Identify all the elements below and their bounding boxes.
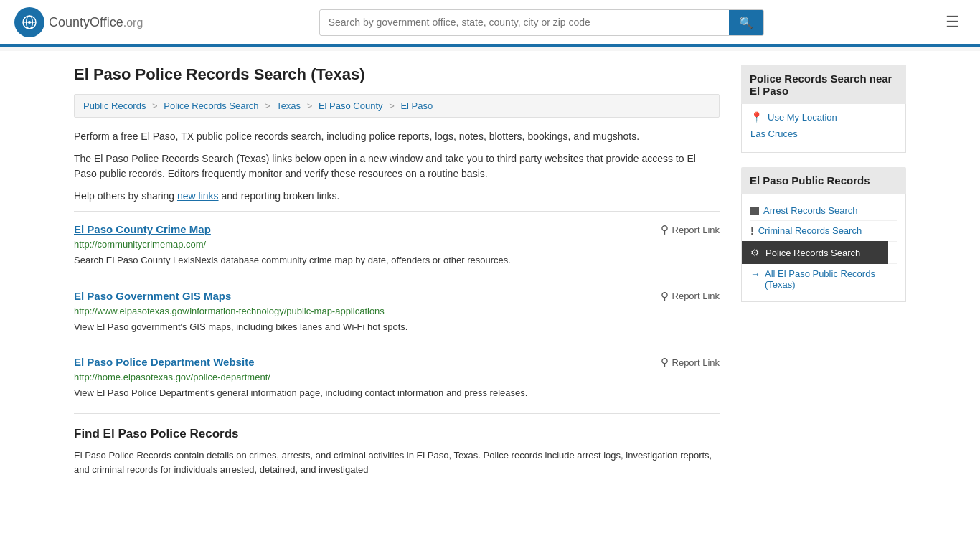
sidebar: Police Records Search near El Paso 📍 Use… — [741, 65, 906, 477]
resource-card-header-2: El Paso Police Department Website ⚲ Repo… — [74, 356, 720, 369]
sidebar-criminal-records: ! Criminal Records Search — [750, 221, 897, 242]
resource-url-0[interactable]: http://communitycrimemap.com/ — [74, 239, 720, 250]
bullet-icon-arrest — [750, 207, 759, 215]
find-section: Find El Paso Police Records El Paso Poli… — [74, 413, 720, 477]
intro-paragraph-1: Perform a free El Paso, TX public police… — [74, 129, 720, 144]
find-text: El Paso Police Records contain details o… — [74, 448, 720, 477]
arrest-records-link[interactable]: Arrest Records Search — [763, 205, 858, 216]
sidebar-all-public-records: → All El Paso Public Records (Texas) — [750, 264, 897, 294]
gear-icon: ⚙ — [750, 247, 760, 258]
breadcrumb-el-paso-county[interactable]: El Paso County — [319, 100, 383, 111]
sidebar-item-active-police[interactable]: ⚙ Police Records Search — [742, 241, 888, 264]
search-button[interactable]: 🔍 — [729, 10, 763, 35]
resource-card-header-1: El Paso Government GIS Maps ⚲ Report Lin… — [74, 290, 720, 303]
breadcrumb-el-paso[interactable]: El Paso — [400, 100, 433, 111]
logo-area: CountyOffice.org — [14, 7, 143, 37]
sidebar-near-header: Police Records Search near El Paso — [741, 65, 906, 104]
breadcrumb: Public Records > Police Records Search >… — [74, 94, 720, 118]
pin-icon: 📍 — [750, 111, 763, 123]
report-link-icon-0: ⚲ — [661, 223, 669, 236]
breadcrumb-sep-3: > — [307, 100, 313, 111]
resource-desc-1: View El Paso government's GIS maps, incl… — [74, 320, 720, 334]
resource-desc-0: Search El Paso County LexisNexis databas… — [74, 253, 720, 268]
resource-card-1: El Paso Government GIS Maps ⚲ Report Lin… — [74, 278, 720, 344]
main-container: El Paso Police Records Search (Texas) Pu… — [60, 51, 920, 491]
sidebar-arrest-records: Arrest Records Search — [750, 201, 897, 221]
sidebar-public-records-body: Arrest Records Search ! Criminal Records… — [741, 194, 906, 302]
sidebar-public-records-section: El Paso Public Records Arrest Records Se… — [741, 167, 906, 302]
resource-card-0: El Paso County Crime Map ⚲ Report Link h… — [74, 211, 720, 278]
report-link-btn-2[interactable]: ⚲ Report Link — [661, 356, 720, 369]
breadcrumb-texas[interactable]: Texas — [276, 100, 301, 111]
search-bar: 🔍 — [319, 9, 764, 36]
use-my-location-link[interactable]: Use My Location — [768, 112, 837, 123]
las-cruces-link[interactable]: Las Cruces — [750, 128, 798, 139]
new-links-link[interactable]: new links — [177, 190, 219, 202]
resource-url-1[interactable]: http://www.elpasotexas.gov/information-t… — [74, 306, 720, 316]
resource-title-0[interactable]: El Paso County Crime Map — [74, 223, 211, 235]
resource-title-1[interactable]: El Paso Government GIS Maps — [74, 290, 231, 302]
sidebar-near-body: 📍 Use My Location Las Cruces — [741, 104, 906, 153]
all-public-records-link[interactable]: All El Paso Public Records (Texas) — [765, 268, 897, 290]
report-link-btn-1[interactable]: ⚲ Report Link — [661, 290, 720, 303]
las-cruces-item: Las Cruces — [750, 128, 897, 139]
sidebar-public-records-header: El Paso Public Records — [741, 167, 906, 194]
logo-text: CountyOffice.org — [49, 15, 143, 30]
report-link-icon-2: ⚲ — [661, 356, 669, 369]
content-area: El Paso Police Records Search (Texas) Pu… — [74, 65, 720, 477]
sidebar-police-records-active: ⚙ Police Records Search — [750, 242, 897, 264]
breadcrumb-sep-2: > — [265, 100, 270, 111]
logo-icon — [14, 7, 44, 37]
search-input[interactable] — [320, 11, 729, 34]
svg-point-4 — [28, 21, 31, 24]
resource-card-2: El Paso Police Department Website ⚲ Repo… — [74, 344, 720, 410]
intro-paragraph-3: Help others by sharing new links and rep… — [74, 189, 720, 204]
report-link-btn-0[interactable]: ⚲ Report Link — [661, 223, 720, 236]
resource-desc-2: View El Paso Police Department's general… — [74, 386, 720, 400]
resource-card-header-0: El Paso County Crime Map ⚲ Report Link — [74, 223, 720, 236]
police-records-link-active[interactable]: Police Records Search — [765, 248, 860, 258]
breadcrumb-sep-4: > — [389, 100, 395, 111]
arrow-icon: → — [750, 268, 760, 280]
sidebar-near-section: Police Records Search near El Paso 📍 Use… — [741, 65, 906, 153]
use-my-location-item: 📍 Use My Location — [750, 111, 897, 123]
breadcrumb-sep-1: > — [152, 100, 158, 111]
criminal-records-link[interactable]: Criminal Records Search — [758, 225, 862, 236]
resource-title-2[interactable]: El Paso Police Department Website — [74, 356, 254, 368]
resource-url-2[interactable]: http://home.elpasotexas.gov/police-depar… — [74, 372, 720, 382]
breadcrumb-public-records[interactable]: Public Records — [83, 100, 146, 111]
search-icon: 🔍 — [739, 16, 753, 29]
report-link-icon-1: ⚲ — [661, 290, 669, 303]
intro-paragraph-2: The El Paso Police Records Search (Texas… — [74, 151, 720, 182]
breadcrumb-police-records[interactable]: Police Records Search — [164, 100, 258, 111]
menu-icon[interactable]: ☰ — [940, 10, 966, 34]
exclamation-icon-criminal: ! — [750, 225, 754, 237]
find-title: Find El Paso Police Records — [74, 427, 720, 441]
header: CountyOffice.org 🔍 ☰ — [0, 0, 980, 47]
page-title: El Paso Police Records Search (Texas) — [74, 65, 720, 84]
